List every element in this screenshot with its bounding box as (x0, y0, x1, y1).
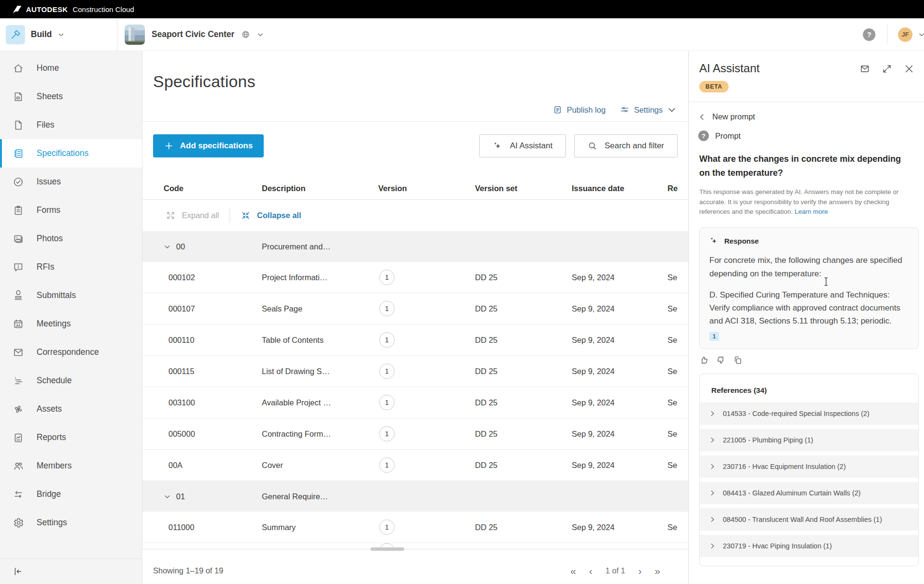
page-title: Specifications (153, 72, 688, 91)
sidebar-item[interactable]: Issues (0, 168, 142, 196)
expand-panel-icon[interactable] (882, 64, 892, 74)
table-row[interactable]: 003100 Available Project … 1 DD 25 Sep 9… (142, 387, 688, 418)
globe-icon (241, 30, 250, 39)
sidebar-item[interactable]: Submittals (0, 281, 142, 310)
reference-item[interactable]: 084500 - Translucent Wall And Roof Assem… (700, 508, 918, 531)
sidebar-item-label: Settings (37, 518, 67, 528)
column-header-clipped[interactable]: Re (667, 184, 688, 193)
previous-page-icon[interactable] (589, 566, 592, 576)
help-icon[interactable] (863, 28, 875, 41)
column-header-issuance-date[interactable]: Issuance date (572, 184, 667, 193)
next-page-icon[interactable] (638, 566, 642, 576)
chevron-down-icon[interactable] (164, 493, 171, 500)
home-icon (13, 63, 24, 74)
sidebar-item[interactable]: Files (0, 111, 142, 139)
sidebar-item[interactable]: Correspondence (0, 338, 142, 366)
citation-chip[interactable]: 1 (709, 332, 719, 341)
sidebar-item[interactable]: Schedule (0, 366, 142, 395)
project-name: Seaport Civic Center (152, 29, 234, 39)
sidebar-item[interactable]: Meetings (0, 310, 142, 338)
reference-item[interactable]: 084413 - Glazed Aluminum Curtain Walls (… (700, 482, 918, 504)
cell-issuance-date: Sep 9, 2024 (572, 367, 667, 376)
cell-clipped: Se (667, 429, 688, 439)
specs-icon (13, 148, 24, 159)
chevron-right-icon (709, 437, 716, 443)
settings-label: Settings (634, 105, 663, 115)
table-row[interactable]: 00A Cover 1 DD 25 Sep 9, 2024 Se (142, 450, 688, 481)
chevron-right-icon (709, 490, 716, 496)
cell-clipped: Se (667, 398, 688, 407)
add-specifications-button[interactable]: Add specifications (153, 134, 264, 157)
cell-description: Available Project … (262, 398, 378, 407)
thumbs-down-icon[interactable] (716, 355, 726, 365)
sidebar-item[interactable]: Reports (0, 423, 142, 452)
collapse-sidebar-icon[interactable] (13, 566, 23, 577)
sidebar-nav: Home Sheets Files Specifications (0, 51, 142, 558)
sidebar-item[interactable]: Settings (0, 508, 142, 537)
reference-item[interactable]: 230719 - Hvac Piping Insulation (1) (700, 535, 918, 557)
version-badge: 1 (379, 332, 395, 348)
table-group-row[interactable]: 00 Procurement and… (142, 231, 688, 262)
prompt-question: What are the changes in concrete mix dep… (699, 152, 912, 180)
sidebar-item[interactable]: Assets (0, 395, 142, 423)
divider (142, 121, 688, 122)
project-selector[interactable]: Seaport Civic Center (125, 25, 264, 45)
sidebar-item[interactable]: Members (0, 452, 142, 480)
reference-item[interactable]: 221005 - Plumbing Piping (1) (700, 429, 918, 451)
prompt-row: Prompt (698, 130, 924, 141)
copy-icon[interactable] (733, 355, 743, 365)
page-toolbar: Publish log Settings (142, 104, 688, 116)
table-row[interactable]: 011000 Summary 1 DD 25 Sep 9, 2024 Se (142, 512, 688, 543)
search-and-filter-label: Search and filter (604, 141, 664, 151)
cell-version-set: DD 25 (475, 398, 572, 407)
mail-icon[interactable] (860, 64, 870, 74)
settings-menu[interactable]: Settings (620, 105, 677, 115)
reference-item[interactable]: 230716 - Hvac Equipment Insulation (2) (700, 455, 918, 478)
column-header-version[interactable]: Version (378, 184, 475, 193)
avatar[interactable]: JF (898, 27, 912, 42)
sidebar-item[interactable]: Photos (0, 224, 142, 253)
sidebar-item[interactable]: Specifications (0, 139, 142, 168)
reference-item[interactable]: 014533 - Code-required Special Inspectio… (700, 402, 918, 425)
reference-label: 014533 - Code-required Special Inspectio… (723, 409, 870, 418)
publish-log-link[interactable]: Publish log (553, 105, 606, 115)
last-page-icon[interactable] (654, 566, 660, 576)
sidebar-item[interactable]: Forms (0, 196, 142, 224)
column-header-code[interactable]: Code (164, 184, 262, 193)
response-paragraph: D. Specified Curing Temperature and Tech… (709, 288, 909, 328)
table-row[interactable]: 000107 Seals Page 1 DD 25 Sep 9, 2024 Se (142, 293, 688, 324)
cell-issuance-date: Sep 9, 2024 (572, 273, 667, 282)
chevron-down-icon[interactable] (164, 243, 171, 250)
table-row[interactable]: 000102 Project Informati… 1 DD 25 Sep 9,… (142, 262, 688, 293)
table-row[interactable]: 000110 Table of Contents 1 DD 25 Sep 9, … (142, 324, 688, 356)
learn-more-link[interactable]: Learn more (795, 208, 828, 215)
collapse-all-button[interactable]: Collapse all (241, 210, 301, 221)
first-page-icon[interactable] (570, 566, 576, 576)
table-row[interactable]: 005000 Contracting Form… 1 DD 25 Sep 9, … (142, 418, 688, 450)
thumbs-up-icon[interactable] (699, 355, 709, 365)
response-label: Response (724, 237, 759, 245)
product-switcher[interactable]: Build (0, 25, 117, 44)
sidebar-item[interactable]: Home (0, 54, 142, 82)
expand-all-button[interactable]: Expand all (166, 210, 219, 221)
cell-description: Table of Contents (262, 336, 378, 345)
column-header-description[interactable]: Description (262, 184, 378, 193)
sidebar-item[interactable]: Sheets (0, 82, 142, 111)
scrollbar-thumb[interactable] (371, 547, 404, 551)
sidebar-item[interactable]: Bridge (0, 480, 142, 508)
search-and-filter-button[interactable]: Search and filter (574, 134, 678, 157)
close-icon[interactable] (904, 64, 914, 74)
table-group-row[interactable]: 01 General Require… (142, 481, 688, 512)
sidebar-item[interactable]: RFIs (0, 253, 142, 281)
autodesk-logo-icon (13, 5, 22, 13)
column-header-version-set[interactable]: Version set (475, 184, 572, 193)
header-divider (117, 18, 117, 51)
cell-version-set: DD 25 (475, 461, 572, 470)
cell-code: 003100 (168, 398, 195, 407)
group-code: 01 (176, 492, 185, 501)
ai-assistant-button[interactable]: AI Assistant (479, 134, 566, 157)
new-prompt-button[interactable]: New prompt (698, 112, 924, 121)
cell-issuance-date: Sep 9, 2024 (572, 304, 667, 313)
table-row[interactable]: 000115 List of Drawing S… 1 DD 25 Sep 9,… (142, 356, 688, 387)
chevron-down-icon[interactable] (918, 31, 924, 38)
